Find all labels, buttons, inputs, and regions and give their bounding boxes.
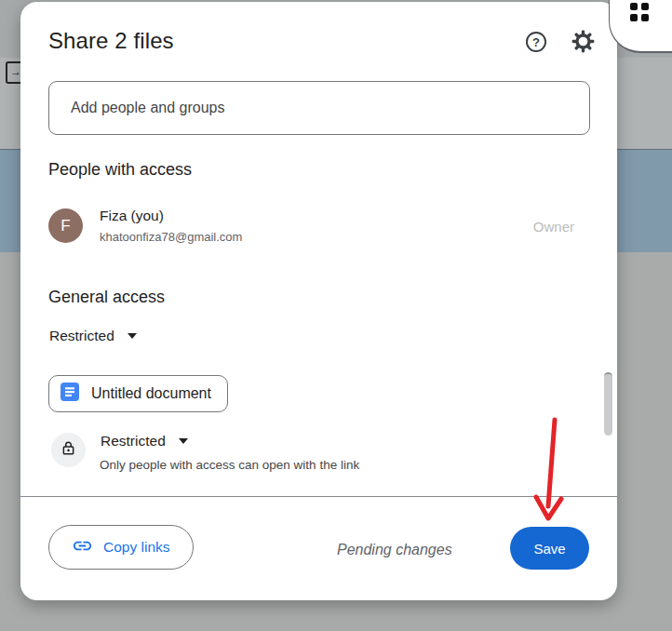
avatar: F — [48, 208, 83, 243]
copy-links-label: Copy links — [103, 539, 170, 556]
file-chip-label: Untitled document — [91, 385, 211, 402]
gear-icon — [571, 29, 596, 57]
add-people-input[interactable] — [48, 81, 590, 135]
lock-badge — [51, 433, 86, 467]
svg-text:?: ? — [532, 34, 540, 48]
person-name: Fiza (you) — [100, 208, 164, 224]
chevron-down-icon — [128, 333, 137, 339]
lock-icon — [60, 439, 77, 461]
apps-grid-icon[interactable] — [630, 3, 649, 21]
chevron-down-icon — [179, 438, 188, 444]
link-icon — [72, 535, 93, 559]
help-icon: ? — [524, 30, 548, 57]
link-access-selected: Restricted — [101, 433, 166, 450]
person-email: khatoonfiza78@gmail.com — [100, 230, 242, 244]
help-button[interactable]: ? — [523, 30, 549, 56]
general-access-selected: Restricted — [49, 328, 114, 344]
general-access-dropdown[interactable]: Restricted — [46, 326, 141, 346]
save-button[interactable]: Save — [510, 527, 589, 570]
settings-button[interactable] — [570, 30, 596, 56]
people-with-access-heading: People with access — [48, 160, 192, 180]
footer-divider — [20, 496, 617, 497]
link-access-dropdown[interactable]: Restricted — [97, 431, 192, 451]
dialog-title: Share 2 files — [48, 28, 174, 54]
avatar-letter: F — [60, 217, 70, 235]
copy-links-button[interactable]: Copy links — [48, 525, 194, 570]
scrollbar-thumb[interactable] — [604, 372, 612, 436]
pending-changes-status: Pending changes — [337, 542, 452, 558]
file-chip[interactable]: Untitled document — [48, 375, 228, 412]
link-access-description: Only people with access can open with th… — [100, 458, 359, 472]
docs-file-icon — [60, 383, 79, 405]
general-access-heading: General access — [48, 288, 165, 307]
share-dialog: Share 2 files ? — [20, 2, 617, 600]
person-role: Owner — [533, 219, 574, 235]
